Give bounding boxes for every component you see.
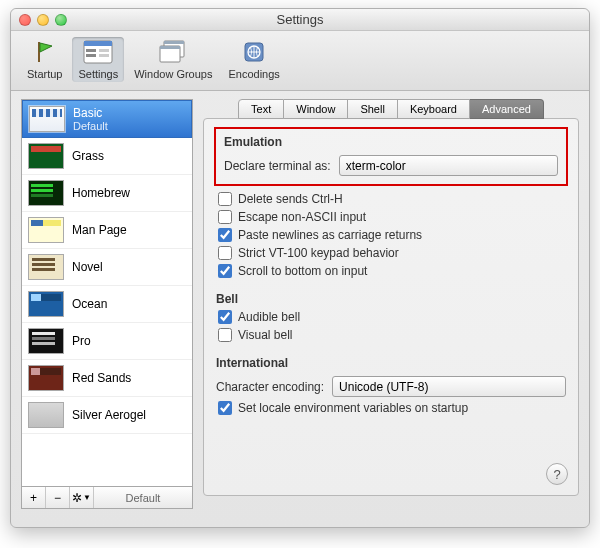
close-icon[interactable] xyxy=(19,14,31,26)
tab-advanced[interactable]: Advanced xyxy=(470,99,544,119)
profile-name: Novel xyxy=(72,260,103,274)
profile-name: Basic xyxy=(73,106,108,120)
encoding-select[interactable]: Unicode (UTF-8) xyxy=(332,376,566,397)
tab-keyboard[interactable]: Keyboard xyxy=(398,99,470,119)
sidebar: Basic Default Grass Homebrew Man Page No… xyxy=(21,99,193,509)
svg-rect-6 xyxy=(99,54,109,57)
profile-thumb-icon xyxy=(28,254,64,280)
escape-non-ascii-checkbox[interactable] xyxy=(218,210,232,224)
profile-man-page[interactable]: Man Page xyxy=(22,212,192,249)
toolbar-encodings[interactable]: Encodings xyxy=(222,37,285,82)
minimize-icon[interactable] xyxy=(37,14,49,26)
profile-name: Pro xyxy=(72,334,91,348)
svg-rect-2 xyxy=(84,41,112,46)
declare-terminal-select[interactable]: xterm-color xyxy=(339,155,558,176)
encoding-label: Character encoding: xyxy=(216,380,324,394)
svg-rect-5 xyxy=(99,49,109,52)
profile-subtext: Default xyxy=(73,120,108,132)
tab-bar: Text Window Shell Keyboard Advanced xyxy=(203,99,579,119)
remove-profile-button[interactable]: − xyxy=(46,487,70,508)
toolbar-label: Encodings xyxy=(228,68,279,80)
checkbox-label: Paste newlines as carriage returns xyxy=(238,228,422,242)
toolbar-label: Settings xyxy=(78,68,118,80)
profile-silver-aerogel[interactable]: Silver Aerogel xyxy=(22,397,192,434)
profile-name: Ocean xyxy=(72,297,107,311)
international-title: International xyxy=(216,356,566,370)
tab-text[interactable]: Text xyxy=(238,99,284,119)
toolbar-window-groups[interactable]: Window Groups xyxy=(128,37,218,82)
flag-icon xyxy=(29,39,61,65)
checkbox-label: Visual bell xyxy=(238,328,292,342)
default-profile-button[interactable]: Default xyxy=(94,487,192,508)
profile-name: Grass xyxy=(72,149,104,163)
traffic-lights xyxy=(19,14,67,26)
content: Basic Default Grass Homebrew Man Page No… xyxy=(11,91,589,521)
profile-name: Man Page xyxy=(72,223,127,237)
profile-thumb-icon xyxy=(28,328,64,354)
window-title: Settings xyxy=(11,12,589,27)
profile-thumb-icon xyxy=(28,402,64,428)
emulation-highlight: Emulation Declare terminal as: xterm-col… xyxy=(214,127,568,186)
set-locale-checkbox[interactable] xyxy=(218,401,232,415)
toolbar: Startup Settings Window Groups Encodings xyxy=(11,31,589,91)
checkbox-label: Set locale environment variables on star… xyxy=(238,401,468,415)
delete-sends-ctrl-h-checkbox[interactable] xyxy=(218,192,232,206)
profile-name: Silver Aerogel xyxy=(72,408,146,422)
profile-name: Homebrew xyxy=(72,186,130,200)
profile-pro[interactable]: Pro xyxy=(22,323,192,360)
toolbar-label: Startup xyxy=(27,68,62,80)
svg-rect-4 xyxy=(86,54,96,57)
checkbox-label: Delete sends Ctrl-H xyxy=(238,192,343,206)
toolbar-label: Window Groups xyxy=(134,68,212,80)
main-pane: Text Window Shell Keyboard Advanced Emul… xyxy=(203,99,579,509)
checkbox-label: Strict VT-100 keypad behavior xyxy=(238,246,399,260)
globe-icon xyxy=(238,39,270,65)
profile-name: Red Sands xyxy=(72,371,131,385)
profile-basic[interactable]: Basic Default xyxy=(22,100,192,138)
tab-shell[interactable]: Shell xyxy=(348,99,397,119)
profile-grass[interactable]: Grass xyxy=(22,138,192,175)
profile-ocean[interactable]: Ocean xyxy=(22,286,192,323)
toolbar-startup[interactable]: Startup xyxy=(21,37,68,82)
zoom-icon[interactable] xyxy=(55,14,67,26)
svg-rect-8 xyxy=(164,41,184,44)
tab-window[interactable]: Window xyxy=(284,99,348,119)
profile-thumb-icon xyxy=(28,291,64,317)
visual-bell-checkbox[interactable] xyxy=(218,328,232,342)
titlebar: Settings xyxy=(11,9,589,31)
paste-newlines-checkbox[interactable] xyxy=(218,228,232,242)
profile-list[interactable]: Basic Default Grass Homebrew Man Page No… xyxy=(21,99,193,487)
gear-menu-button[interactable]: ✲▼ xyxy=(70,487,94,508)
profile-thumb-icon xyxy=(28,143,64,169)
checkbox-label: Audible bell xyxy=(238,310,300,324)
add-profile-button[interactable]: + xyxy=(22,487,46,508)
profile-novel[interactable]: Novel xyxy=(22,249,192,286)
profile-list-controls: + − ✲▼ Default xyxy=(21,487,193,509)
help-button[interactable]: ? xyxy=(546,463,568,485)
svg-rect-10 xyxy=(160,46,180,49)
chevron-down-icon: ▼ xyxy=(83,493,91,502)
profile-thumb-icon xyxy=(29,106,65,132)
bell-title: Bell xyxy=(216,292,566,306)
profile-homebrew[interactable]: Homebrew xyxy=(22,175,192,212)
emulation-title: Emulation xyxy=(224,135,558,149)
profile-red-sands[interactable]: Red Sands xyxy=(22,360,192,397)
profile-thumb-icon xyxy=(28,180,64,206)
profile-thumb-icon xyxy=(28,365,64,391)
audible-bell-checkbox[interactable] xyxy=(218,310,232,324)
settings-window: Settings Startup Settings Window Groups … xyxy=(10,8,590,528)
checkbox-label: Scroll to bottom on input xyxy=(238,264,367,278)
svg-rect-3 xyxy=(86,49,96,52)
checkbox-label: Escape non-ASCII input xyxy=(238,210,366,224)
scroll-bottom-checkbox[interactable] xyxy=(218,264,232,278)
profile-thumb-icon xyxy=(28,217,64,243)
windows-stack-icon xyxy=(157,39,189,65)
advanced-panel: Emulation Declare terminal as: xterm-col… xyxy=(203,118,579,496)
toolbar-settings[interactable]: Settings xyxy=(72,37,124,82)
strict-vt100-checkbox[interactable] xyxy=(218,246,232,260)
settings-window-icon xyxy=(82,39,114,65)
declare-terminal-label: Declare terminal as: xyxy=(224,159,331,173)
gear-icon: ✲ xyxy=(72,491,82,505)
